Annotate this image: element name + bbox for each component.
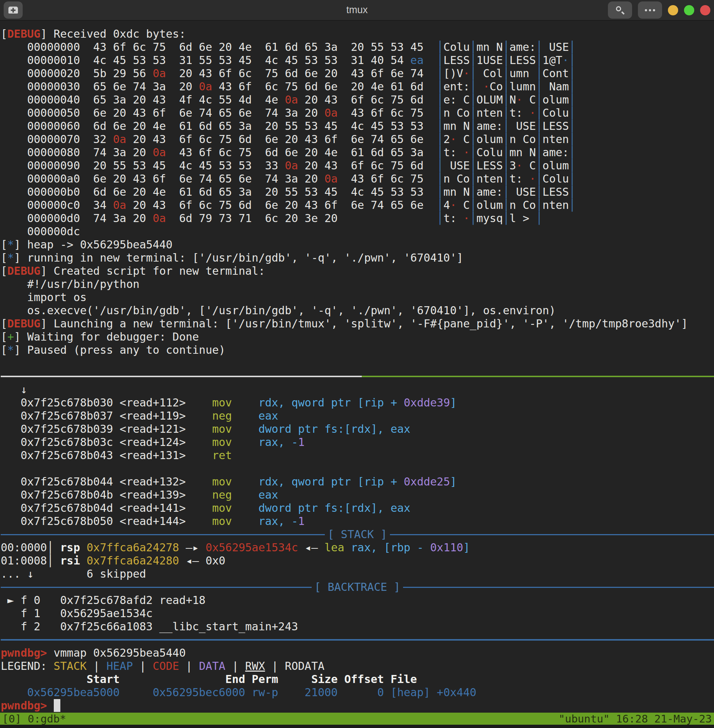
terminal-line: 000000c0 34 0a 20 43 6f 6c 75 6d 6e 20 4… xyxy=(1,199,714,212)
titlebar: tmux xyxy=(0,0,714,21)
terminal-line: pwndbg> xyxy=(1,699,714,712)
terminal-line: 0x7f25c678b044 <read+132> mov rdx, qword… xyxy=(1,475,714,488)
section-header: [ STACK ] xyxy=(1,528,714,541)
terminal-line: 0x7f25c678b04d <read+141> mov dword ptr … xyxy=(1,501,714,515)
terminal-line: 00000030 65 6e 74 3a 20 0a 43 6f 6c 75 6… xyxy=(1,80,714,93)
terminal-line: #!/usr/bin/python xyxy=(1,278,714,291)
menu-button[interactable] xyxy=(638,2,662,19)
terminal-line: 0x7f25c678b03c <read+124> mov rax, -1 xyxy=(1,436,714,449)
terminal-line: 0x7f25c678b050 <read+144> mov rax, -1 xyxy=(1,515,714,528)
terminal-line: 00000040 65 3a 20 43 4f 4c 55 4d 4e 0a 2… xyxy=(1,93,714,107)
terminal-line xyxy=(1,357,714,370)
terminal-line: 000000b0 6d 6e 20 4e 61 6d 65 3a 20 55 5… xyxy=(1,186,714,199)
terminal-line: 0x56295bea5000 0x56295bec6000 rw-p 21000… xyxy=(1,686,714,699)
section-header: [ BACKTRACE ] xyxy=(1,581,714,594)
status-host-clock: "ubuntu" 16:28 21-May-23 xyxy=(558,713,712,725)
terminal-line: 00000080 74 3a 20 0a 43 6f 6c 75 6d 6e 2… xyxy=(1,146,714,159)
terminal-line: 00000090 20 55 53 45 4c 45 53 53 33 0a 2… xyxy=(1,159,714,172)
pane-divider xyxy=(1,370,714,383)
terminal-body[interactable]: [DEBUG] Received 0xdc bytes: 00000000 43… xyxy=(0,21,714,713)
close-button[interactable] xyxy=(700,5,710,15)
terminal-line: [*] running in new terminal: ['/usr/bin/… xyxy=(1,251,714,264)
titlebar-actions xyxy=(608,2,710,19)
minimize-button[interactable] xyxy=(668,5,678,15)
terminal-line: ↓ xyxy=(1,383,714,396)
new-tab-icon xyxy=(8,7,18,14)
terminal-line: [DEBUG] Launching a new terminal: ['/usr… xyxy=(1,317,714,330)
terminal-line xyxy=(1,462,714,475)
terminal-line: 00000050 6e 20 43 6f 6e 74 65 6e 74 3a 2… xyxy=(1,107,714,120)
terminal-line: ... ↓ 6 skipped xyxy=(1,567,714,581)
terminal-line: [*] heap -> 0x56295bea5440 xyxy=(1,238,714,251)
terminal-line: 00000020 5b 29 56 0a 20 43 6f 6c 75 6d 6… xyxy=(1,67,714,80)
window-title: tmux xyxy=(0,5,714,16)
terminal-line: 000000d0 74 3a 20 0a 6d 79 73 71 6c 20 3… xyxy=(1,212,714,225)
terminal-line: import os xyxy=(1,291,714,304)
terminal-line: f 2 0x7f25c66a1083 __libc_start_main+243 xyxy=(1,620,714,633)
terminal-line: 00000000 43 6f 6c 75 6d 6e 20 4e 61 6d 6… xyxy=(1,41,714,54)
terminal-line: f 1 0x56295ae1534c xyxy=(1,607,714,620)
terminal-line: [DEBUG] Received 0xdc bytes: xyxy=(1,27,714,41)
terminal-line: ► f 0 0x7f25c678afd2 read+18 xyxy=(1,594,714,607)
new-tab-button[interactable] xyxy=(4,2,22,19)
terminal-line: 00000070 32 0a 20 43 6f 6c 75 6d 6e 20 4… xyxy=(1,133,714,146)
context-rule xyxy=(1,633,714,646)
terminal-line: 00000060 6d 6e 20 4e 61 6d 65 3a 20 55 5… xyxy=(1,120,714,133)
terminal-line: 00000010 4c 45 53 53 31 55 53 45 4c 45 5… xyxy=(1,54,714,67)
terminal-line: 0x7f25c678b037 <read+119> neg eax xyxy=(1,409,714,423)
terminal-line: [*] Paused (press any to continue) xyxy=(1,344,714,357)
terminal-line: [DEBUG] Created script for new terminal: xyxy=(1,264,714,278)
terminal-line: 000000dc xyxy=(1,225,714,238)
terminal-line: 0x7f25c678b030 <read+112> mov rdx, qword… xyxy=(1,396,714,409)
terminal-line: 0x7f25c678b039 <read+121> mov dword ptr … xyxy=(1,423,714,436)
menu-icon xyxy=(645,9,655,11)
terminal-line: 01:0008│ rsi 0x7ffca6a24280 ◂— 0x0 xyxy=(1,554,714,567)
terminal-line: 0x7f25c678b043 <read+131> ret xyxy=(1,449,714,462)
search-icon xyxy=(616,6,624,15)
status-session-window[interactable]: [0] 0:gdb* xyxy=(2,713,66,725)
maximize-button[interactable] xyxy=(684,5,694,15)
search-button[interactable] xyxy=(608,2,632,19)
terminal-line: Start End Perm Size Offset File xyxy=(1,673,714,686)
tmux-status-bar: [0] 0:gdb* "ubuntu" 16:28 21-May-23 xyxy=(0,713,714,725)
terminal-line: 000000a0 6e 20 43 6f 6e 74 65 6e 74 3a 2… xyxy=(1,172,714,186)
terminal-line: pwndbg> vmmap 0x56295bea5440 xyxy=(1,646,714,660)
terminal-line: LEGEND: STACK | HEAP | CODE | DATA | RWX… xyxy=(1,660,714,673)
terminal-line: os.execve('/usr/bin/gdb', ['/usr/bin/gdb… xyxy=(1,304,714,317)
terminal-line: 0x7f25c678b04b <read+139> neg eax xyxy=(1,488,714,501)
terminal-line: [+] Waiting for debugger: Done xyxy=(1,330,714,344)
terminal-line: 00:0000│ rsp 0x7ffca6a24278 —▸ 0x56295ae… xyxy=(1,541,714,554)
